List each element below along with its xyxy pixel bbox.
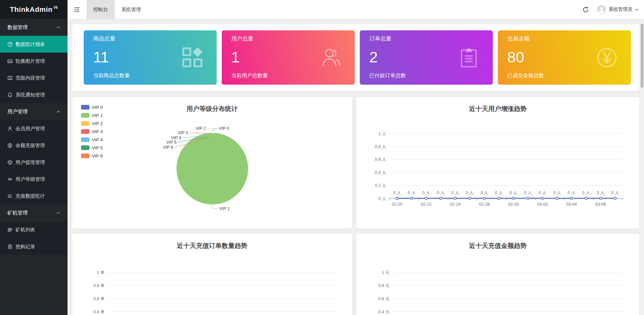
sidebar-item-label: 余额充值管理 (16, 142, 45, 149)
scrollbar-thumb[interactable] (641, 24, 643, 88)
x-axis-label: 02-24 (450, 202, 461, 207)
pie-label-vip-0: VIP 0 (219, 126, 229, 131)
y-axis-label: 0.4 人 (375, 170, 386, 175)
tab-console-label: 控制台 (93, 6, 108, 13)
cube-icon (7, 160, 12, 165)
sidebar-group-label: 数据管理 (7, 24, 28, 31)
avatar (597, 5, 606, 14)
vertical-scrollbar[interactable] (640, 19, 644, 315)
data-point-label: 0 人 (480, 191, 488, 195)
data-point-label: 0 人 (408, 191, 415, 195)
x-axis-label: 03-04 (566, 202, 577, 207)
user-icon (7, 126, 12, 131)
y-axis-label: 0.2 人 (375, 183, 386, 188)
y-axis-label: 0.4 单 (93, 310, 105, 314)
shrink-menu-icon (74, 7, 80, 12)
stat-desc: 已成交金额总数 (507, 72, 621, 79)
sidebar-group-miner-manage[interactable]: 矿机管理 (0, 204, 68, 221)
y-axis-label: 0.4 元 (378, 310, 390, 314)
collapse-sidebar-button[interactable] (68, 0, 86, 19)
sidebar-group-user-manage[interactable]: 用户管理 (0, 103, 68, 120)
sidebar-group-label: 矿机管理 (7, 210, 28, 216)
stat-card-users: 用户总量 1 当前用户总数量 (222, 30, 355, 85)
tab-system-manage[interactable]: 系统管理 (115, 0, 148, 19)
sidebar: ThinkAdmin V6 数据管理 数据统计报表 轮播图片管理 页面内容管理 … (0, 0, 68, 315)
infinity-icon (7, 177, 12, 182)
pie-label-vip-5: VIP 5 (166, 140, 177, 145)
sidebar-item-page-content-manage[interactable]: 页面内容管理 (0, 69, 68, 86)
chevron-up-icon (57, 212, 60, 214)
sidebar-item-data-stats-report[interactable]: 数据统计报表 (0, 36, 68, 53)
yen-icon (7, 143, 12, 148)
sidebar-item-user-withdraw-manage[interactable]: 用户提现管理 (0, 154, 68, 171)
stat-title: 交易金额 (507, 35, 621, 42)
x-axis-label: 02-20 (392, 202, 403, 207)
sidebar-item-label: 会员用户管理 (16, 125, 45, 132)
pie-label-vip-3: VIP 3 (178, 131, 188, 135)
refresh-icon (583, 6, 589, 13)
recharge-amount-card: 近十天充值金额趋势 1 元0.8 元0.6 元0.4 元 (356, 234, 639, 315)
sidebar-item-label: 轮播图片管理 (16, 58, 45, 64)
stat-desc: 当前商品总数量 (93, 72, 207, 79)
data-point-label: 0 人 (568, 191, 575, 195)
y-axis-label: 0.8 单 (93, 283, 105, 288)
data-point-label: 0 人 (553, 191, 561, 195)
data-point-label: 0 人 (524, 191, 532, 195)
sidebar-item-system-notice-manage[interactable]: 系统通知管理 (0, 86, 68, 103)
recharge-orders-card: 近十天充值订单数量趋势 1 单0.8 单0.6 单0.4 单 (72, 234, 352, 315)
data-point-label: 0 人 (510, 191, 517, 195)
chevron-up-icon (57, 111, 60, 113)
gauge-icon (7, 42, 12, 47)
stat-title: 商品总量 (93, 35, 207, 42)
data-point-label: 0 人 (422, 191, 430, 195)
x-axis-label: 02-28 (508, 202, 519, 207)
stat-card-orders: 订单总量 2 已付款订单总数 (360, 30, 493, 85)
stat-card-amount: 交易金额 80 已成交金额总数 (498, 30, 631, 85)
sidebar-item-label: 充值数据统计 (16, 193, 45, 199)
app-logo[interactable]: ThinkAdmin V6 (0, 0, 68, 19)
y-axis-label: 0.8 人 (375, 144, 386, 149)
sidebar-group-label: 用户管理 (7, 109, 28, 115)
stat-title: 订单总量 (369, 35, 483, 42)
username: 系统管理员 (609, 6, 632, 12)
sidebar-item-user-level-manage[interactable]: 用户等级管理 (0, 171, 68, 188)
app-logo-version: V6 (54, 6, 58, 9)
refresh-button[interactable] (579, 0, 592, 19)
users-icon (320, 47, 342, 69)
sidebar-item-label: 矿机列表 (16, 227, 35, 233)
yen-circle-icon (596, 47, 618, 69)
sidebar-item-label: 系统通知管理 (16, 92, 45, 98)
topbar: 控制台 系统管理 系统管理员 (68, 0, 644, 19)
sidebar-item-banner-manage[interactable]: 轮播图片管理 (0, 53, 68, 69)
clipboard-big-icon (458, 47, 480, 69)
x-axis-label: 02-26 (479, 202, 490, 207)
sidebar-item-balance-recharge-manage[interactable]: 余额充值管理 (0, 137, 68, 154)
sidebar-item-member-user-manage[interactable]: 会员用户管理 (0, 120, 68, 137)
stats-icon (7, 194, 12, 199)
y-axis-label: 1 元 (382, 270, 390, 275)
x-axis-label: 03-06 (595, 202, 606, 207)
user-menu[interactable]: 系统管理员 (597, 5, 639, 14)
stat-card-goods: 商品总量 11 当前商品总数量 (84, 30, 217, 85)
sidebar-item-rush-records[interactable]: 抢购记录 (0, 238, 68, 255)
data-point-label: 0 人 (437, 191, 445, 195)
sidebar-item-recharge-data-stats[interactable]: 充值数据统计 (0, 188, 68, 204)
pie-label-vip-4: VIP 4 (171, 136, 181, 140)
sidebar-item-miner-list[interactable]: 矿机列表 (0, 221, 68, 238)
app-logo-text: ThinkAdmin (10, 5, 52, 13)
topbar-right: 系统管理员 (579, 0, 644, 19)
sidebar-group-data-manage[interactable]: 数据管理 (0, 19, 68, 36)
person-icon (597, 5, 606, 14)
user-growth-card: 近十天用户增涨趋势 1 人0.8 人0.6 人0.4 人0.2 人0 人0 人0… (356, 97, 639, 229)
vip-distribution-card: 用户等级分布统计 VIP 0 VIP 1 VIP 2 VIP 3 VIP 4 V… (72, 97, 352, 229)
data-point-label: 0 人 (466, 191, 474, 195)
book-icon (7, 76, 12, 81)
y-axis-label: 0.6 单 (93, 296, 105, 301)
data-point-label: 0 人 (597, 191, 605, 195)
recharge-orders-chart: 1 单0.8 单0.6 单0.4 单 (72, 234, 352, 315)
sidebar-item-label: 用户提现管理 (16, 159, 45, 166)
tab-console[interactable]: 控制台 (86, 0, 115, 19)
pie-label-vip-1: VIP 1 (219, 206, 230, 211)
recharge-amount-chart: 1 元0.8 元0.6 元0.4 元 (356, 234, 639, 315)
chevron-up-icon (57, 26, 60, 28)
